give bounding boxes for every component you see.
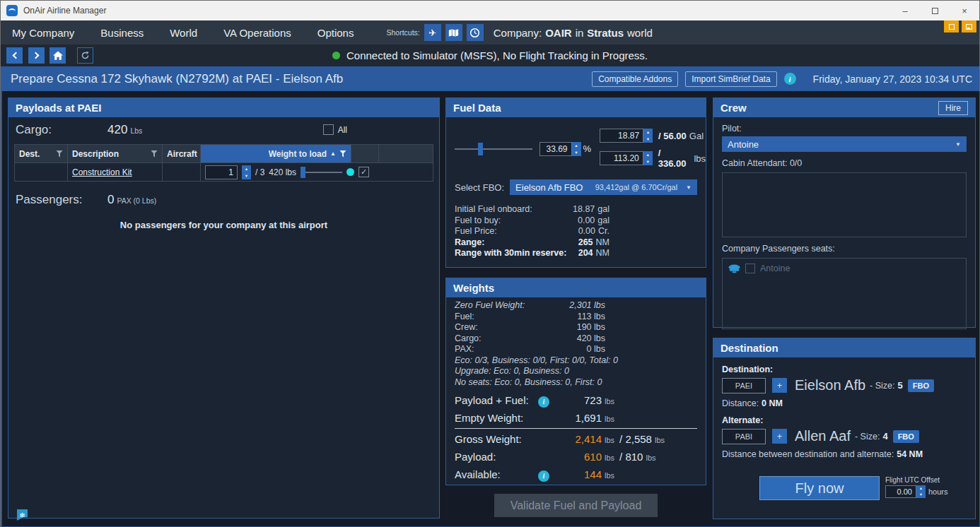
column-weight-to-load[interactable]: Weight to load▲ bbox=[201, 145, 351, 163]
fbo-select-row: Select FBO: Eielson Afb FBO 93,412gal @ … bbox=[455, 179, 697, 195]
cargo-item-link[interactable]: Construction Kit bbox=[72, 167, 132, 177]
compatible-addons-button[interactable]: Compatible Addons bbox=[592, 71, 678, 87]
weight-row: PAX:0 lbs bbox=[455, 344, 605, 355]
payloads-table-header: Dest. Description Aircraft Weight to loa… bbox=[15, 145, 433, 163]
alternate-airport-name: Allen Aaf bbox=[795, 428, 851, 444]
info-icon[interactable]: i bbox=[538, 470, 549, 482]
fuel-pounds-input[interactable]: 113.20 bbox=[600, 151, 643, 165]
filter-icon[interactable] bbox=[339, 150, 346, 158]
minimize-button[interactable]: – bbox=[890, 1, 920, 20]
menu-va-operations[interactable]: VA Operations bbox=[223, 27, 291, 39]
info-icon[interactable]: i bbox=[784, 73, 796, 85]
column-aircraft[interactable]: Aircraft bbox=[163, 145, 201, 163]
row-weight: 420 lbs bbox=[269, 167, 296, 177]
passenger-seat-checkbox[interactable] bbox=[745, 264, 755, 273]
snowflake-marker-icon[interactable]: ❄ bbox=[17, 509, 28, 521]
select-all-label: All bbox=[338, 125, 347, 135]
menu-world[interactable]: World bbox=[170, 27, 197, 39]
menu-business[interactable]: Business bbox=[100, 27, 144, 39]
pilot-dropdown[interactable]: Antoine ▼ bbox=[722, 136, 967, 152]
fbo-label: Select FBO: bbox=[455, 182, 504, 193]
destination-size: 5 bbox=[898, 380, 903, 391]
cargo-label: Cargo: bbox=[16, 123, 95, 137]
clock-icon bbox=[469, 28, 480, 38]
load-slider[interactable] bbox=[301, 167, 342, 178]
fuel-gallons-stepper[interactable]: ▲▼ bbox=[643, 129, 653, 143]
quantity-stepper[interactable]: ▲▼ bbox=[242, 165, 251, 179]
forward-button[interactable] bbox=[28, 47, 45, 64]
select-all-checkbox[interactable] bbox=[323, 124, 334, 135]
flight-tracking-shortcut-button[interactable]: ✈ bbox=[424, 24, 441, 41]
back-button[interactable] bbox=[6, 47, 23, 64]
alternate-code-input[interactable]: PABI bbox=[722, 429, 766, 444]
menu-options[interactable]: Options bbox=[317, 27, 354, 39]
destination-code-input[interactable]: PAEI bbox=[722, 378, 766, 393]
clock-shortcut-button[interactable] bbox=[467, 24, 484, 41]
fuel-pounds-row: 113.20 ▲▼ / 336.00 lbs bbox=[600, 148, 706, 169]
title-bar: OnAir Airline Manager – × bbox=[1, 1, 979, 20]
spinner-down-icon[interactable]: ▼ bbox=[242, 172, 251, 179]
orange-alert-icon-2[interactable] bbox=[962, 20, 976, 32]
fly-now-button[interactable]: Fly now bbox=[759, 476, 880, 500]
column-dest[interactable]: Dest. bbox=[15, 145, 68, 163]
no-passengers-message: No passengers for your company at this a… bbox=[8, 220, 439, 230]
fbo-selected-value: Eielson Afb FBO bbox=[515, 182, 583, 193]
alternate-fbo-badge[interactable]: FBO bbox=[893, 430, 919, 443]
alternate-airport-row: PABI + Allen Aaf - Size: 4 FBO bbox=[722, 428, 967, 444]
fuel-percent-group: 33.69 ▲▼ % bbox=[539, 142, 592, 156]
close-button[interactable]: × bbox=[950, 1, 979, 20]
spinner-up-icon[interactable]: ▲ bbox=[242, 165, 251, 172]
fuel-range-reserve-row: Range with 30min reserve:204NM bbox=[455, 248, 609, 259]
world-name: Stratus bbox=[587, 27, 624, 39]
totals-separator bbox=[455, 428, 697, 429]
home-button[interactable] bbox=[49, 47, 66, 64]
cargo-value: 420 bbox=[107, 123, 127, 137]
orange-alert-icon-1[interactable] bbox=[944, 20, 959, 32]
add-alternate-button[interactable]: + bbox=[772, 429, 787, 444]
fly-row: Fly now Flight UTC Offset 0.00 ▲▼ hours bbox=[722, 476, 967, 500]
fuel-percent-stepper[interactable]: ▲▼ bbox=[572, 142, 581, 156]
map-icon bbox=[448, 28, 459, 37]
fuel-pounds-unit: lbs bbox=[694, 153, 706, 164]
destination-fbo-badge[interactable]: FBO bbox=[908, 379, 934, 392]
filter-icon[interactable] bbox=[56, 150, 63, 158]
slider-thumb[interactable] bbox=[478, 143, 483, 155]
utc-offset-label: Flight UTC Offset bbox=[885, 476, 948, 484]
map-shortcut-button[interactable] bbox=[445, 24, 462, 41]
menu-my-company[interactable]: My Company bbox=[12, 27, 74, 39]
utc-offset-group: Flight UTC Offset 0.00 ▲▼ hours bbox=[885, 476, 948, 498]
fbo-dropdown[interactable]: Eielson Afb FBO 93,412gal @ 6.70Cr/gal ▼ bbox=[510, 179, 697, 195]
fuel-gallons-input[interactable]: 18.87 bbox=[600, 129, 643, 143]
crew-panel: Crew Hire Pilot: Antoine ▼ Cabin Attenda… bbox=[713, 97, 976, 328]
hire-button[interactable]: Hire bbox=[938, 101, 968, 115]
weights-panel-header: Weights bbox=[446, 278, 706, 297]
passengers-unit: PAX (0 Lbs) bbox=[117, 196, 156, 205]
weights-breakdown: Zero Fuel Weight:2,301 lbs Fuel:113 lbs … bbox=[455, 300, 605, 355]
slider-thumb[interactable] bbox=[301, 167, 305, 178]
filter-icon[interactable] bbox=[151, 150, 158, 158]
utc-offset-stepper[interactable]: ▲▼ bbox=[916, 485, 926, 498]
validate-fuel-payload-button[interactable]: Validate Fuel and Payload bbox=[494, 494, 658, 517]
maximize-button[interactable] bbox=[920, 1, 950, 20]
fuel-quantity-controls: 33.69 ▲▼ % 18.87 ▲▼ / 56.00 Gal 113.20 ▲… bbox=[455, 129, 706, 169]
quantity-input[interactable]: 1 bbox=[205, 165, 238, 179]
fuel-percent-slider[interactable] bbox=[455, 143, 532, 155]
alternate-size: 4 bbox=[882, 431, 887, 442]
refresh-button[interactable] bbox=[77, 47, 93, 64]
column-description[interactable]: Description bbox=[68, 145, 163, 163]
info-icon[interactable]: i bbox=[538, 396, 549, 408]
add-destination-button[interactable]: + bbox=[772, 378, 787, 393]
company-code: OAIR bbox=[545, 27, 572, 39]
gross-weight-row: Gross Weight: 2,414 lbs / 2,558 lbs bbox=[455, 431, 697, 449]
import-simbrief-button[interactable]: Import SimBrief Data bbox=[685, 71, 776, 87]
passengers-value: 0 bbox=[107, 193, 114, 207]
weight-row: Fuel:113 lbs bbox=[455, 312, 605, 323]
fuel-percent-input[interactable]: 33.69 bbox=[539, 142, 572, 156]
load-checkbox[interactable]: ✓ bbox=[358, 167, 369, 177]
payloads-title: Payloads at PAEI bbox=[16, 102, 101, 114]
utc-offset-input[interactable]: 0.00 bbox=[885, 485, 916, 498]
app-logo-icon bbox=[6, 5, 18, 16]
cargo-table-row: Construction Kit 1 ▲▼ / 3 420 lbs ✓ bbox=[15, 163, 433, 182]
fuel-pounds-stepper[interactable]: ▲▼ bbox=[643, 151, 653, 165]
fuel-values: 18.87 ▲▼ / 56.00 Gal 113.20 ▲▼ / 336.00 … bbox=[600, 129, 706, 169]
